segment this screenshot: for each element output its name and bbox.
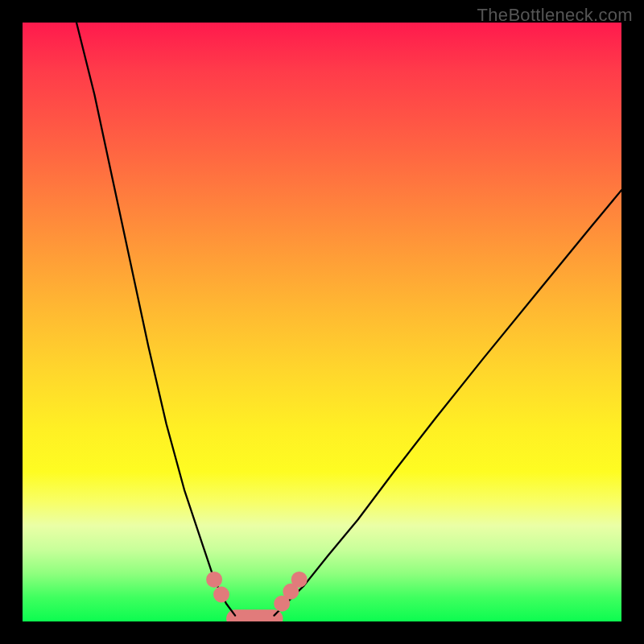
bottleneck-curve-chart	[23, 23, 621, 621]
curve-left-branch	[76, 23, 235, 616]
chart-frame: TheBottleneck.com	[0, 0, 644, 644]
plot-area	[23, 23, 621, 621]
marker-dot	[206, 572, 222, 588]
marker-dot	[213, 587, 229, 603]
curve-right-branch	[275, 190, 622, 615]
watermark-text: TheBottleneck.com	[477, 5, 633, 26]
marker-dot	[291, 572, 308, 588]
